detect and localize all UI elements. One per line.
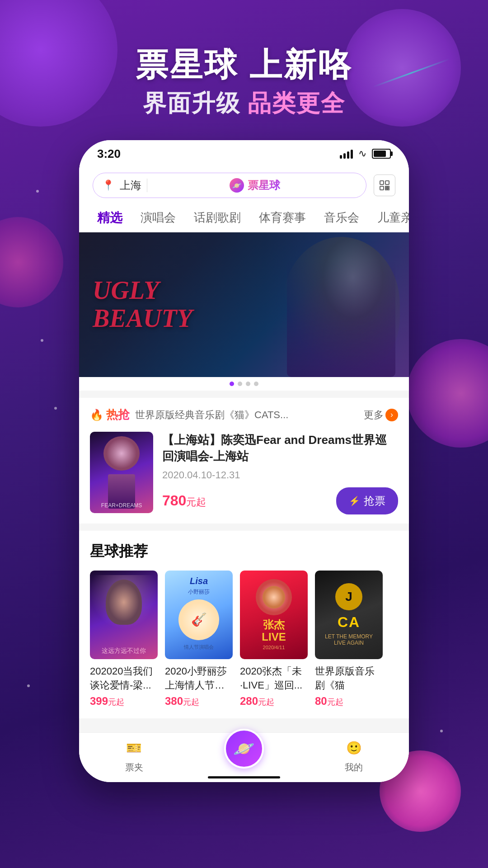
banner-dot-3 bbox=[246, 382, 250, 386]
tab-concert[interactable]: 演唱会 bbox=[131, 206, 185, 229]
svg-rect-0 bbox=[380, 181, 384, 184]
svg-rect-4 bbox=[388, 186, 389, 188]
more-arrow-icon: › bbox=[385, 409, 398, 421]
headline-sub-part2: 品类更全 bbox=[248, 90, 345, 116]
banner-dot-1 bbox=[230, 382, 234, 386]
rankings-grid: 这远方远不过你 202020当我们谈论爱情-梁... 399元起 Lisa 小野… bbox=[90, 571, 398, 708]
search-input-wrap[interactable]: 📍 上海 🪐 票星球 bbox=[93, 173, 366, 198]
more-button[interactable]: 更多 › bbox=[364, 408, 398, 422]
ranking-card-2[interactable]: Lisa 小野丽莎 🎸 情人节演唱会 2020小野丽莎上海情人节演... 380… bbox=[165, 571, 233, 708]
buy-label: 抢票 bbox=[364, 494, 385, 508]
ticket-icon: ⚡ bbox=[349, 495, 360, 506]
nav-tickets-label: 票夹 bbox=[125, 761, 143, 774]
rankings-title: 星球推荐 bbox=[90, 542, 398, 561]
tab-drama[interactable]: 话剧歌剧 bbox=[185, 206, 250, 229]
buy-button[interactable]: ⚡ 抢票 bbox=[336, 487, 398, 514]
banner-dot-2 bbox=[238, 382, 242, 386]
nav-profile-label: 我的 bbox=[345, 761, 363, 774]
fire-icon: 🔥 bbox=[90, 409, 103, 421]
nav-home[interactable]: 🪐 bbox=[189, 742, 299, 769]
banner-container[interactable]: UGLYBEAUTY bbox=[79, 232, 409, 391]
banner-dots bbox=[79, 377, 409, 391]
ranking-card-poster-4: J CA LET THE MEMORYLIVE AGAIN bbox=[315, 571, 383, 659]
ranking-card-title-4: 世界原版音乐剧《猫 bbox=[315, 665, 383, 693]
nav-bottom-line bbox=[208, 776, 280, 778]
ranking-card-price-1: 399元起 bbox=[90, 695, 158, 708]
tickets-icon: 🎫 bbox=[123, 737, 145, 759]
ranking-card-4[interactable]: J CA LET THE MEMORYLIVE AGAIN 世界原版音乐剧《猫 … bbox=[315, 571, 383, 708]
status-bar: 3:20 ∿ bbox=[79, 140, 409, 167]
ranking-card-price-3: 280元起 bbox=[240, 695, 308, 708]
nav-tickets[interactable]: 🎫 票夹 bbox=[79, 737, 189, 774]
status-icons: ∿ bbox=[340, 148, 391, 160]
logo-text: 票星球 bbox=[248, 178, 280, 193]
hot-item[interactable]: FEAR+DREAMS 【上海站】陈奕迅Fear and Dreams世界巡回演… bbox=[90, 432, 398, 514]
wifi-icon: ∿ bbox=[358, 148, 366, 160]
headline-sub-part1: 界面升级 bbox=[143, 90, 240, 116]
ranking-card-price-4: 80元起 bbox=[315, 695, 383, 708]
hot-item-bottom: 780元起 ⚡ 抢票 bbox=[162, 487, 398, 514]
ranking-card-3[interactable]: 张杰LIVE 2020/4/11 2020张杰「未·LIVE」巡回... 280… bbox=[240, 571, 308, 708]
search-bar[interactable]: 📍 上海 🪐 票星球 bbox=[79, 167, 409, 203]
svg-rect-2 bbox=[380, 186, 384, 190]
category-tabs[interactable]: 精选 演唱会 话剧歌剧 体育赛事 音乐会 儿童亲子 bbox=[79, 203, 409, 232]
ranking-card-price-2: 380元起 bbox=[165, 695, 233, 708]
banner-dot-4 bbox=[254, 382, 258, 386]
headline-main: 票星球 上新咯 bbox=[0, 45, 488, 84]
home-icon: 🪐 bbox=[224, 729, 264, 769]
headline-area: 票星球 上新咯 界面升级 品类更全 bbox=[0, 45, 488, 119]
hot-item-poster: FEAR+DREAMS bbox=[90, 432, 153, 513]
ranking-card-poster-1: 这远方远不过你 bbox=[90, 571, 158, 659]
phone-mockup: 3:20 ∿ 📍 上海 🪐 票星球 bbox=[79, 140, 409, 782]
nav-profile[interactable]: 🙂 我的 bbox=[299, 737, 409, 774]
hot-item-price: 780元起 bbox=[162, 492, 206, 509]
svg-rect-6 bbox=[388, 189, 389, 190]
ranking-card-poster-3: 张杰LIVE 2020/4/11 bbox=[240, 571, 308, 659]
search-logo-area: 🪐 票星球 bbox=[153, 178, 357, 193]
ranking-card-1[interactable]: 这远方远不过你 202020当我们谈论爱情-梁... 399元起 bbox=[90, 571, 158, 708]
svg-rect-3 bbox=[385, 186, 387, 188]
more-label: 更多 bbox=[364, 408, 384, 422]
content-area: UGLYBEAUTY 🔥 热抢 bbox=[79, 232, 409, 741]
scan-icon[interactable] bbox=[374, 175, 395, 196]
headline-sub: 界面升级 品类更全 bbox=[0, 88, 488, 119]
hot-item-info: 【上海站】陈奕迅Fear and Dreams世界巡回演唱会-上海站 2020.… bbox=[162, 432, 398, 514]
logo-icon: 🪐 bbox=[230, 178, 244, 193]
hot-section: 🔥 热抢 世界原版经典音乐剧《猫》CATS... 更多 › FEAR+DREAM… bbox=[79, 398, 409, 524]
hot-label: 热抢 bbox=[106, 407, 130, 423]
location-pin-icon: 📍 bbox=[102, 179, 114, 191]
tab-selected[interactable]: 精选 bbox=[88, 206, 131, 230]
hot-badge: 🔥 热抢 bbox=[90, 407, 130, 423]
tab-children[interactable]: 儿童亲子 bbox=[368, 206, 409, 229]
search-city: 上海 bbox=[120, 178, 141, 193]
svg-rect-5 bbox=[385, 189, 387, 190]
tab-music[interactable]: 音乐会 bbox=[315, 206, 368, 229]
status-time: 3:20 bbox=[97, 147, 121, 161]
banner-title: UGLYBEAUTY bbox=[93, 277, 192, 332]
hot-item-date: 2020.04.10-12.31 bbox=[162, 469, 398, 481]
rankings-section: 星球推荐 这远方远不过你 202020当我们谈论爱情-梁... 399元起 bbox=[79, 531, 409, 719]
banner-image: UGLYBEAUTY bbox=[79, 232, 409, 377]
profile-icon: 🙂 bbox=[343, 737, 365, 759]
bottom-nav[interactable]: 🎫 票夹 🪐 🙂 我的 bbox=[79, 732, 409, 782]
signal-icon bbox=[340, 149, 353, 159]
ranking-card-poster-2: Lisa 小野丽莎 🎸 情人节演唱会 bbox=[165, 571, 233, 659]
hot-header: 🔥 热抢 世界原版经典音乐剧《猫》CATS... 更多 › bbox=[90, 407, 398, 423]
hot-item-title: 【上海站】陈奕迅Fear and Dreams世界巡回演唱会-上海站 bbox=[162, 432, 398, 465]
ranking-card-title-1: 202020当我们谈论爱情-梁... bbox=[90, 665, 158, 693]
ranking-card-title-3: 2020张杰「未·LIVE」巡回... bbox=[240, 665, 308, 693]
search-divider bbox=[147, 179, 147, 192]
battery-icon bbox=[372, 149, 391, 159]
tab-sports[interactable]: 体育赛事 bbox=[250, 206, 315, 229]
hot-desc: 世界原版经典音乐剧《猫》CATS... bbox=[135, 408, 358, 422]
svg-rect-1 bbox=[385, 181, 389, 184]
ranking-card-title-2: 2020小野丽莎上海情人节演... bbox=[165, 665, 233, 693]
